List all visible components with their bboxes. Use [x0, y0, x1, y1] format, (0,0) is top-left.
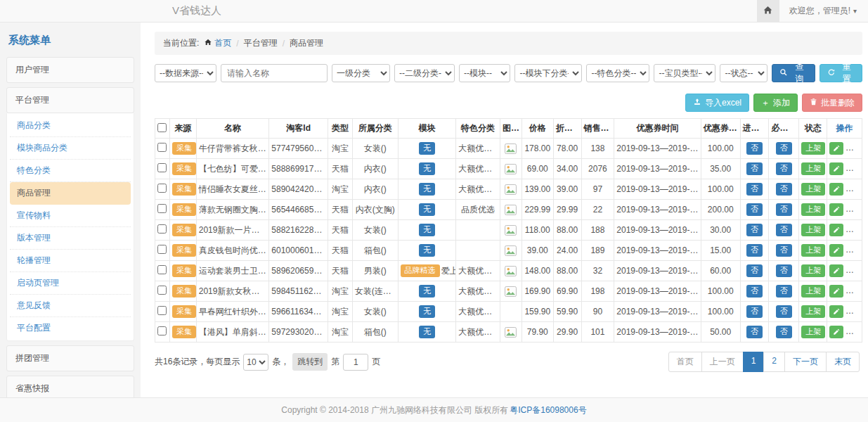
reset-button[interactable]: 重置 — [820, 64, 862, 82]
must-buy-toggle[interactable]: 否 — [776, 162, 792, 174]
level2-category-select[interactable]: --二级分类-- — [394, 64, 455, 82]
edit-button[interactable] — [829, 285, 843, 298]
must-buy-toggle[interactable]: 否 — [776, 264, 792, 276]
edit-button[interactable] — [829, 203, 843, 216]
sidebar-item[interactable]: 轮播管理 — [10, 250, 131, 272]
import-select-toggle[interactable]: 否 — [746, 142, 763, 154]
import-select-toggle[interactable]: 否 — [746, 183, 763, 195]
edit-button[interactable] — [829, 264, 843, 277]
page-button[interactable]: 2 — [763, 352, 785, 372]
sidebar-item[interactable]: 宣传物料 — [10, 205, 131, 227]
jump-button[interactable]: 跳转到 — [292, 353, 328, 371]
row-checkbox[interactable] — [157, 204, 167, 213]
edit-button[interactable] — [829, 305, 843, 318]
sidebar-group-header[interactable]: 拼团管理 — [6, 345, 134, 371]
must-buy-toggle[interactable]: 否 — [776, 203, 792, 215]
module-select[interactable]: --模块-- — [459, 64, 510, 82]
must-buy-toggle[interactable]: 否 — [776, 326, 792, 338]
item-type-select[interactable]: --宝贝类型-- — [654, 64, 715, 82]
select-all-checkbox[interactable] — [157, 123, 167, 132]
page-button[interactable]: 首页 — [668, 352, 702, 372]
upload-icon — [693, 98, 701, 108]
batch-delete-button[interactable]: 批量删除 — [802, 94, 862, 112]
add-button[interactable]: ＋ 添加 — [753, 94, 798, 112]
status-badge[interactable]: 上架 — [801, 203, 825, 215]
page-button[interactable]: 1 — [743, 352, 765, 372]
icp-link[interactable]: 粤ICP备16098006号 — [510, 404, 586, 416]
row-checkbox[interactable] — [157, 184, 167, 193]
module-subcategory-select[interactable]: --模块下分类-- — [514, 64, 582, 82]
query-button[interactable]: 查询 — [772, 64, 815, 82]
row-checkbox[interactable] — [157, 245, 167, 254]
feature-category-select[interactable]: --特色分类-- — [586, 64, 649, 82]
status-badge[interactable]: 上架 — [801, 264, 825, 276]
sidebar-item-active[interactable]: 商品管理 — [10, 182, 131, 205]
import-select-toggle[interactable]: 否 — [746, 264, 763, 276]
row-checkbox[interactable] — [157, 224, 167, 234]
import-select-toggle[interactable]: 否 — [746, 162, 763, 174]
data-source-select[interactable]: --数据来源-- — [155, 64, 216, 82]
row-checkbox[interactable] — [157, 143, 167, 152]
breadcrumb-home-link[interactable]: 首页 — [204, 37, 231, 49]
edit-button[interactable] — [829, 244, 843, 257]
must-buy-toggle[interactable]: 否 — [776, 285, 792, 297]
row-checkbox[interactable] — [157, 265, 167, 274]
edit-button[interactable] — [829, 162, 843, 175]
status-badge[interactable]: 上架 — [801, 142, 825, 154]
row-checkbox[interactable] — [157, 326, 167, 335]
status-badge[interactable]: 上架 — [801, 285, 825, 297]
sidebar-item[interactable]: 启动页管理 — [10, 272, 131, 295]
home-button[interactable] — [757, 0, 779, 22]
name-search-input[interactable] — [221, 64, 328, 82]
edit-button[interactable] — [829, 142, 843, 155]
page-button[interactable]: 下一页 — [784, 352, 827, 372]
must-buy-toggle[interactable]: 否 — [776, 142, 792, 154]
sidebar-item[interactable]: 模块商品分类 — [10, 137, 131, 160]
status-badge[interactable]: 上架 — [801, 224, 825, 236]
sidebar-item[interactable]: 意见反馈 — [10, 295, 131, 317]
source-cell: 采集 — [169, 200, 196, 220]
sidebar-group-header[interactable]: 用户管理 — [6, 57, 134, 83]
must-buy-toggle[interactable]: 否 — [776, 224, 792, 236]
sidebar-group-header[interactable]: 省惠快报 — [6, 376, 134, 397]
status-select[interactable]: --状态-- — [720, 64, 767, 82]
edit-button[interactable] — [829, 224, 843, 236]
row-checkbox[interactable] — [157, 163, 167, 172]
row-checkbox[interactable] — [157, 286, 167, 295]
edit-button[interactable] — [829, 326, 843, 338]
import-select-toggle[interactable]: 否 — [746, 285, 763, 297]
pagination: 共16条记录，每页显示 10 条， 跳转到 第 页 首页上一页12下一页末页 — [155, 352, 862, 372]
status-badge[interactable]: 上架 — [801, 326, 825, 338]
status-badge[interactable]: 上架 — [801, 162, 825, 174]
status-badge[interactable]: 上架 — [801, 305, 825, 317]
status-badge[interactable]: 上架 — [801, 183, 825, 195]
import-select-toggle[interactable]: 否 — [746, 244, 763, 256]
import-excel-button[interactable]: 导入excel — [685, 94, 749, 112]
per-page-select[interactable]: 10 — [243, 354, 268, 371]
status-badge[interactable]: 上架 — [801, 244, 825, 256]
import-select-toggle[interactable]: 否 — [746, 326, 763, 338]
import-select-toggle[interactable]: 否 — [746, 224, 763, 236]
footer: Copyright © 2014-2018 广州九驰网络科技有限公司 版权所有 … — [0, 397, 868, 422]
must-buy-toggle[interactable]: 否 — [776, 305, 792, 317]
sidebar-item[interactable]: 平台配置 — [10, 317, 131, 339]
jump-page-input[interactable] — [343, 354, 368, 371]
import-select-toggle[interactable]: 否 — [746, 203, 763, 215]
import-select-toggle[interactable]: 否 — [746, 305, 763, 317]
sidebar-item[interactable]: 商品分类 — [10, 115, 131, 137]
must-buy-toggle[interactable]: 否 — [776, 244, 792, 256]
sidebar-item[interactable]: 特色分类 — [10, 160, 131, 182]
edit-button[interactable] — [829, 183, 843, 196]
must-buy-toggle[interactable]: 否 — [776, 183, 792, 195]
module-cell: 品牌精选爱上运动 — [398, 261, 456, 281]
level1-category-select[interactable]: 一级分类 — [332, 64, 390, 82]
user-menu[interactable]: 欢迎您，管理员! ▾ — [789, 5, 857, 17]
sidebar-item[interactable]: 版本管理 — [10, 227, 131, 250]
page-button[interactable]: 上一页 — [701, 352, 744, 372]
sidebar-group-header[interactable]: 平台管理 — [6, 87, 134, 113]
coupon-amount-cell: 100.00 — [701, 139, 740, 159]
source-cell: 采集 — [169, 220, 196, 241]
row-checkbox[interactable] — [157, 306, 167, 315]
page-button[interactable]: 末页 — [826, 352, 860, 372]
discount-price-cell: 88.00 — [553, 220, 581, 241]
